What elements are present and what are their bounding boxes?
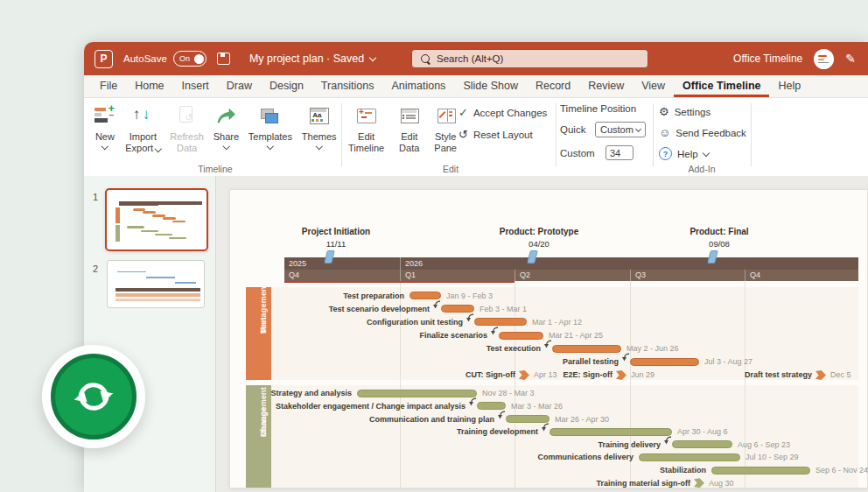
task-dates: Nov 28 - Mar 3: [482, 389, 535, 397]
milestone-label: Project Initiation: [302, 227, 370, 236]
task-dates: Jul 3 - Aug 27: [704, 357, 752, 366]
task-dates: Mar 26 - Apr 30: [555, 415, 609, 424]
quarter-band: Q4Q1Q2Q3Q4: [284, 270, 858, 281]
task-dates: Aug 30: [709, 479, 734, 488]
milestone-date: 11/11: [326, 239, 346, 249]
year-cell: 2026: [400, 257, 858, 270]
task-bar[interactable]: [474, 318, 527, 326]
task-label: Training material sign-off: [596, 479, 690, 488]
task-label: Training delivery: [598, 440, 661, 449]
task-dates: Mar 3 - Mar 26: [511, 402, 563, 411]
task-label: Stakeholder engagement / Change impact a…: [276, 402, 466, 411]
task-dates: Apr 30 - Aug 6: [677, 427, 728, 436]
task-label: Communication and training plan: [369, 415, 494, 424]
dependency-connector-icon: [432, 300, 443, 312]
dependency-connector-icon: [490, 327, 500, 338]
task-bar[interactable]: [477, 402, 506, 410]
task-label: Draft test strategy: [745, 370, 812, 379]
task-dates: Aug 6 - Sep 23: [738, 440, 790, 449]
task-bar[interactable]: [441, 305, 474, 313]
task-bar[interactable]: [711, 467, 810, 474]
screen: P AutoSave On My project plan · Saved Se…: [0, 0, 868, 492]
year-band: 20252026: [284, 257, 858, 270]
group-band-change: ChangeManagement: [246, 385, 271, 488]
quarter-cell: Q4: [284, 270, 400, 281]
task-dates: Sep 6 - Nov 24: [816, 466, 868, 474]
dependency-connector-icon: [468, 397, 479, 409]
task-label: Configuration unit testing: [367, 318, 463, 327]
dependency-connector-icon: [621, 353, 632, 364]
task-dates: Jan 9 - Feb 3: [446, 292, 493, 300]
milestone-date: 04/20: [528, 239, 550, 249]
task-dates: Jun 29: [631, 370, 654, 379]
quarter-cell: Q4: [745, 270, 858, 281]
dependency-connector-icon: [543, 340, 554, 351]
task-label: Stabilization: [660, 466, 706, 474]
task-dates: Jul 10 - Sep 29: [746, 453, 799, 461]
task-label: Finalize scenarios: [419, 331, 487, 340]
task-bar[interactable]: [410, 292, 441, 299]
task-dates: Mar 1 - Apr 12: [532, 318, 582, 327]
quarter-cell: Q3: [630, 270, 745, 281]
elapsed-time-highlight: [284, 281, 514, 284]
dependency-connector-icon: [541, 423, 551, 434]
task-dates: Apr 13: [534, 370, 557, 379]
milestone-label: Product: Final: [690, 227, 748, 236]
task-dates: Mar 21 - Apr 25: [549, 331, 603, 340]
task-label: Test preparation: [343, 292, 404, 300]
dependency-connector-icon: [663, 436, 674, 447]
refresh-icon: [51, 354, 136, 439]
task-label: Test scenario development: [329, 305, 430, 313]
task-label: E2E: Sign-off: [564, 370, 613, 379]
milestone-label: Product: Prototype: [500, 227, 579, 236]
group-band-test: TestManagement: [246, 287, 271, 380]
year-cell: 2025: [284, 257, 400, 270]
task-bar[interactable]: [550, 428, 672, 436]
task-label: Strategy and analysis: [270, 389, 352, 397]
task-label: Training development: [457, 427, 538, 436]
task-label: CUT: Sign-off: [466, 370, 515, 379]
milestone-date: 09/08: [709, 239, 730, 249]
task-dates: May 2 - Jun 26: [626, 344, 679, 353]
dependency-connector-icon: [466, 313, 476, 325]
quarter-cell: Q1: [400, 270, 514, 281]
task-dates: Dec 5: [830, 370, 851, 379]
task-label: Communications delivery: [537, 453, 634, 461]
task-bar[interactable]: [552, 345, 621, 353]
task-bar[interactable]: [630, 358, 699, 366]
task-bar[interactable]: [672, 440, 732, 448]
task-dates: Feb 3 - Mar 1: [480, 305, 527, 313]
task-bar[interactable]: [639, 453, 740, 461]
task-bar[interactable]: [499, 332, 543, 340]
task-label: Parallel testing: [563, 357, 619, 366]
task-bar[interactable]: [506, 415, 550, 423]
sync-badge[interactable]: [42, 345, 145, 448]
quarter-cell: Q2: [514, 270, 630, 281]
dependency-connector-icon: [497, 411, 508, 422]
task-bar[interactable]: [357, 390, 477, 397]
task-label: Test execution: [486, 344, 541, 353]
